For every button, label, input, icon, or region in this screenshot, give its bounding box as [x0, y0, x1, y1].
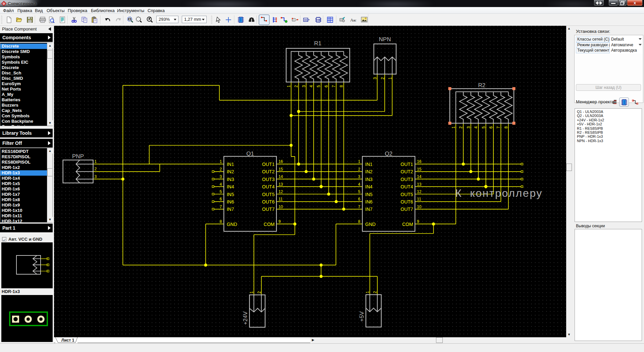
- svg-text:2: 2: [358, 167, 361, 172]
- svg-text:2: 2: [220, 167, 222, 172]
- svg-text:Лист 1: Лист 1: [61, 338, 74, 343]
- svg-text:4: 4: [358, 182, 361, 187]
- svg-text:3: 3: [373, 77, 377, 79]
- svg-text:2: 2: [257, 291, 262, 294]
- svg-text:PNP: PNP: [72, 153, 84, 160]
- svg-text:OUT1: OUT1: [400, 162, 413, 167]
- svg-text:IN4: IN4: [365, 184, 373, 189]
- svg-text:IN2: IN2: [227, 169, 234, 174]
- svg-text:15: 15: [417, 167, 422, 172]
- svg-text:IN1: IN1: [365, 162, 373, 167]
- svg-text:IN2: IN2: [365, 169, 373, 174]
- svg-text:5: 5: [481, 126, 486, 129]
- svg-text:+5V: +5V: [359, 311, 365, 321]
- svg-text:COM: COM: [264, 222, 275, 227]
- svg-text:2: 2: [373, 291, 377, 293]
- svg-text:5: 5: [220, 189, 222, 194]
- svg-text:HB: HB: [317, 18, 320, 21]
- svg-text:6: 6: [358, 197, 361, 201]
- svg-text:OUT3: OUT3: [400, 177, 413, 182]
- svg-text:11: 11: [278, 197, 283, 201]
- svg-text:IN3: IN3: [227, 177, 234, 182]
- svg-text:Aвс: Aвс: [350, 17, 357, 22]
- svg-text:10: 10: [278, 204, 283, 209]
- svg-text:3: 3: [220, 174, 222, 179]
- svg-text:NPN: NPN: [379, 36, 391, 43]
- svg-text:8: 8: [504, 126, 508, 129]
- svg-text:К контроллеру: К контроллеру: [455, 187, 543, 199]
- svg-text:7: 7: [496, 126, 501, 129]
- svg-text:16: 16: [278, 159, 283, 164]
- svg-text:IN6: IN6: [365, 199, 373, 204]
- svg-text:6: 6: [220, 197, 222, 201]
- svg-text:OUT2: OUT2: [262, 169, 275, 174]
- svg-text:IN5: IN5: [365, 192, 373, 197]
- svg-text:OUT5: OUT5: [400, 192, 413, 197]
- svg-text:9: 9: [417, 219, 419, 224]
- svg-text:COM: COM: [402, 222, 413, 227]
- svg-text:OUT3: OUT3: [262, 177, 275, 182]
- svg-text:8: 8: [220, 219, 222, 224]
- svg-text:IN7: IN7: [227, 207, 234, 212]
- svg-text:13: 13: [278, 182, 283, 187]
- svg-text:R1: R1: [314, 40, 322, 47]
- svg-text:12: 12: [417, 189, 422, 194]
- svg-text:IN1: IN1: [227, 162, 234, 167]
- svg-text:OUT4: OUT4: [400, 184, 413, 189]
- svg-text:6: 6: [324, 85, 329, 87]
- svg-text:7: 7: [220, 204, 222, 209]
- svg-text:14: 14: [417, 174, 422, 179]
- svg-text:D: D: [3, 2, 5, 5]
- svg-text:15: 15: [278, 167, 283, 172]
- svg-text:7: 7: [358, 204, 361, 209]
- svg-text:OUT5: OUT5: [262, 192, 275, 197]
- svg-text:OUT7: OUT7: [400, 207, 413, 212]
- svg-text:2: 2: [95, 167, 97, 171]
- svg-text:11: 11: [417, 197, 421, 201]
- svg-text:IN4: IN4: [227, 184, 234, 189]
- svg-text:9: 9: [278, 219, 281, 224]
- svg-text:OUT1: OUT1: [262, 162, 275, 167]
- svg-text:GND: GND: [365, 222, 376, 227]
- svg-text:8: 8: [339, 85, 344, 87]
- svg-text:+24V: +24V: [242, 311, 249, 325]
- svg-text:4: 4: [220, 182, 222, 187]
- svg-text:1: 1: [388, 77, 392, 79]
- svg-text:16: 16: [417, 159, 422, 164]
- svg-text:2: 2: [459, 126, 463, 129]
- svg-text:IN6: IN6: [227, 199, 234, 204]
- svg-text:5: 5: [317, 85, 321, 87]
- svg-text:1: 1: [358, 159, 361, 164]
- svg-text:13: 13: [417, 182, 422, 187]
- svg-text:2: 2: [294, 85, 299, 87]
- svg-text:6: 6: [489, 126, 493, 129]
- svg-text:OUT4: OUT4: [262, 184, 275, 189]
- svg-text:8: 8: [358, 219, 361, 224]
- svg-text:4: 4: [309, 85, 314, 87]
- svg-text:1: 1: [286, 85, 291, 87]
- svg-text:1: 1: [249, 291, 254, 294]
- svg-text:4: 4: [474, 126, 478, 129]
- svg-text:IN5: IN5: [227, 192, 234, 197]
- svg-text:IN3: IN3: [365, 177, 373, 182]
- svg-text:GND: GND: [227, 222, 237, 227]
- svg-text:1: 1: [365, 291, 370, 293]
- svg-text:2: 2: [380, 77, 385, 79]
- svg-text:Q2: Q2: [385, 151, 392, 157]
- svg-text:14: 14: [278, 174, 283, 179]
- svg-text:3: 3: [358, 174, 361, 179]
- svg-text:Q1: Q1: [246, 151, 254, 157]
- svg-text:HC: HC: [304, 18, 308, 21]
- svg-text:OUT6: OUT6: [400, 199, 413, 204]
- svg-text:12: 12: [278, 189, 283, 194]
- svg-text:1: 1: [95, 159, 97, 164]
- svg-text:7: 7: [331, 85, 336, 87]
- svg-text:OUT7: OUT7: [262, 207, 275, 212]
- svg-text:1: 1: [451, 126, 456, 129]
- svg-text:1: 1: [220, 159, 222, 164]
- svg-text:5: 5: [358, 189, 361, 194]
- svg-text:OUT6: OUT6: [262, 199, 275, 204]
- svg-text:OUT2: OUT2: [400, 169, 413, 174]
- svg-text:3: 3: [95, 174, 97, 179]
- svg-text:R2: R2: [478, 82, 486, 89]
